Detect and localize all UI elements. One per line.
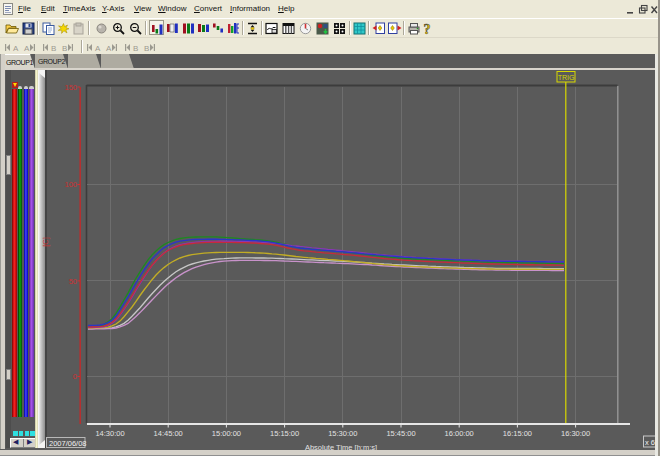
svg-text:16:15:00: 16:15:00 <box>503 429 532 438</box>
svg-text:0: 0 <box>73 372 77 381</box>
svg-text:x 6: x 6 <box>645 438 655 447</box>
svg-text:16:30:00: 16:30:00 <box>561 429 590 438</box>
svg-text:2007/06/08: 2007/06/08 <box>49 439 87 448</box>
svg-text:16:00:00: 16:00:00 <box>445 429 474 438</box>
svg-text:50: 50 <box>69 277 77 286</box>
svg-text:15:45:00: 15:45:00 <box>386 429 415 438</box>
svg-text:150: 150 <box>64 83 77 92</box>
svg-text:15:15:00: 15:15:00 <box>270 429 299 438</box>
svg-text:14:30:00: 14:30:00 <box>95 429 124 438</box>
svg-text:TRIG: TRIG <box>558 74 575 81</box>
svg-text:[C]: [C] <box>41 237 50 247</box>
svg-text:15:00:00: 15:00:00 <box>212 429 241 438</box>
svg-text:15:30:00: 15:30:00 <box>328 429 357 438</box>
svg-text:14:45:00: 14:45:00 <box>154 429 183 438</box>
svg-text:100: 100 <box>64 180 77 189</box>
